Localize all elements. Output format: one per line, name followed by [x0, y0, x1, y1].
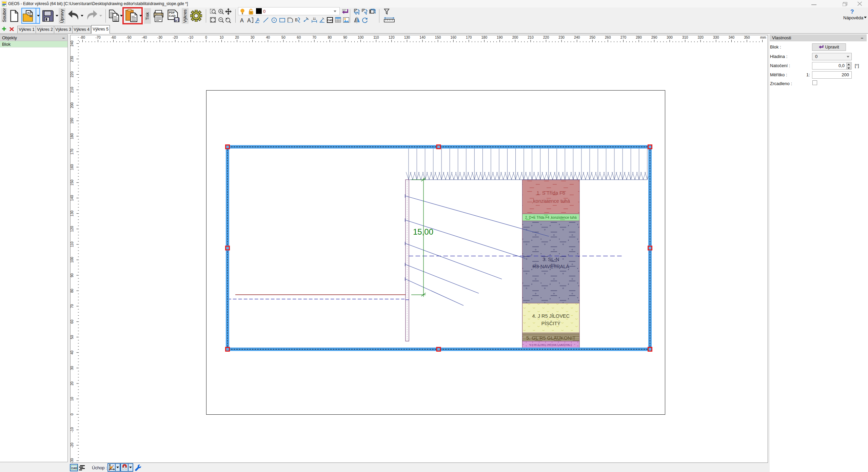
svg-text:130: 130 — [70, 211, 74, 217]
svg-text:-30: -30 — [70, 458, 74, 463]
svg-text:1. S Třída F6: 1. S Třída F6 — [537, 190, 565, 196]
svg-text:330: 330 — [713, 35, 719, 39]
svg-text:4. J R5 JÍLOVEC: 4. J R5 JÍLOVEC — [532, 313, 570, 319]
svg-text:20: 20 — [70, 381, 74, 386]
svg-text:40: 40 — [266, 35, 270, 39]
svg-text:-60: -60 — [111, 35, 116, 39]
svg-text:A: A — [256, 17, 260, 22]
svg-text:-10: -10 — [70, 427, 74, 432]
svg-text:11: 11 — [313, 17, 316, 20]
svg-text:90: 90 — [70, 273, 74, 277]
svg-text:80: 80 — [328, 35, 332, 39]
svg-text:230: 230 — [70, 56, 74, 62]
svg-text:230: 230 — [558, 35, 565, 39]
svg-text:A: A — [240, 18, 244, 23]
svg-text:280: 280 — [636, 35, 642, 39]
svg-text:-20: -20 — [70, 442, 74, 448]
svg-text:-20: -20 — [173, 35, 178, 39]
svg-text:300: 300 — [667, 35, 673, 39]
svg-text:PDF: PDF — [169, 11, 175, 14]
svg-text:0: 0 — [205, 35, 207, 39]
svg-text:CAD: CAD — [71, 467, 77, 470]
svg-text:R3-NAVĚTRALÁ: R3-NAVĚTRALÁ — [532, 264, 569, 269]
svg-text:3. SL-N: 3. SL-N — [542, 257, 559, 262]
svg-text:6 P R5 JÍLOVEC ZVĚTRALÝ-NAVĚTR: 6 P R5 JÍLOVEC ZVĚTRALÝ-NAVĚTRALÝ — [530, 343, 572, 346]
svg-text:30: 30 — [251, 35, 255, 39]
svg-text:30: 30 — [70, 366, 74, 370]
svg-text:0: 0 — [70, 413, 74, 415]
svg-text:-50: -50 — [126, 35, 132, 39]
svg-text:60: 60 — [297, 35, 301, 39]
svg-text:CAD: CAD — [169, 14, 176, 18]
svg-text:A: A — [247, 18, 251, 23]
svg-text:15,00: 15,00 — [413, 227, 433, 236]
svg-text:210: 210 — [528, 35, 534, 39]
svg-text:140: 140 — [419, 35, 426, 39]
svg-text:-10: -10 — [188, 35, 193, 39]
svg-text:340: 340 — [729, 35, 735, 39]
svg-text:100: 100 — [70, 257, 74, 263]
svg-text:220: 220 — [70, 72, 74, 78]
svg-text:160: 160 — [70, 164, 74, 170]
svg-text:CAD: CAD — [328, 19, 333, 21]
svg-text:320: 320 — [697, 35, 704, 39]
svg-text:50: 50 — [281, 35, 285, 39]
svg-text:5. GL R5 GLAUKONIT: 5. GL R5 GLAUKONIT — [526, 335, 575, 341]
svg-text:90: 90 — [343, 35, 347, 39]
svg-text:240: 240 — [70, 40, 74, 46]
svg-text:-30: -30 — [157, 35, 162, 39]
svg-text:150: 150 — [70, 179, 74, 185]
svg-text:110: 110 — [70, 241, 74, 247]
svg-text:350: 350 — [744, 35, 750, 39]
svg-text:mm: mm — [760, 35, 766, 39]
svg-text:180: 180 — [481, 35, 488, 39]
svg-text:290: 290 — [651, 35, 657, 39]
svg-text:210: 210 — [70, 87, 74, 93]
svg-text:70: 70 — [312, 35, 316, 39]
svg-text:140: 140 — [70, 195, 74, 201]
svg-text:10: 10 — [220, 35, 224, 39]
svg-text:200: 200 — [512, 35, 518, 39]
svg-text:120: 120 — [70, 226, 74, 232]
svg-text:220: 220 — [543, 35, 549, 39]
svg-text:80: 80 — [70, 289, 74, 293]
svg-text:260: 260 — [605, 35, 611, 39]
svg-text:130: 130 — [404, 35, 410, 39]
svg-text:60: 60 — [70, 320, 74, 324]
svg-text:120: 120 — [389, 35, 395, 39]
svg-text:50: 50 — [70, 335, 74, 339]
svg-text:20: 20 — [235, 35, 239, 39]
svg-text:-40: -40 — [142, 35, 147, 39]
svg-text:180: 180 — [70, 133, 74, 139]
svg-text:40: 40 — [70, 351, 74, 355]
svg-text:170: 170 — [466, 35, 472, 39]
svg-text:B: B — [295, 18, 298, 22]
svg-text:10: 10 — [70, 397, 74, 401]
svg-text:170: 170 — [70, 149, 74, 155]
svg-text:190: 190 — [70, 118, 74, 124]
svg-text:70: 70 — [70, 304, 74, 308]
svg-text:240: 240 — [574, 35, 580, 39]
svg-text:-70: -70 — [95, 35, 100, 39]
svg-text:310: 310 — [682, 35, 688, 39]
svg-text:270: 270 — [620, 35, 627, 39]
svg-text:110: 110 — [373, 35, 379, 39]
svg-text:100: 100 — [358, 35, 364, 39]
svg-text:150: 150 — [435, 35, 441, 39]
svg-text:2. D+E Třída F4 ,konzistence t: 2. D+E Třída F4 ,konzistence tuhá — [525, 216, 577, 219]
svg-text:200: 200 — [70, 102, 74, 109]
svg-text:250: 250 — [589, 35, 595, 39]
svg-text:-80: -80 — [80, 35, 85, 39]
svg-text:160: 160 — [450, 35, 456, 39]
svg-text:PÍSČITÝ: PÍSČITÝ — [541, 321, 561, 326]
svg-text:190: 190 — [497, 35, 503, 39]
svg-text:,konzistence tuhá: ,konzistence tuhá — [532, 198, 570, 204]
